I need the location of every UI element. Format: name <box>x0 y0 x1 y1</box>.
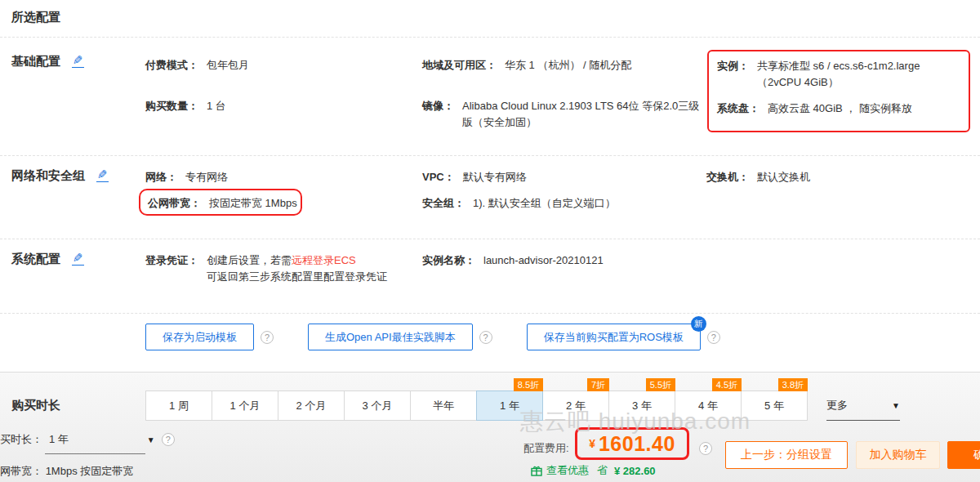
new-badge: 新 <box>691 316 706 332</box>
field-payment-mode: 付费模式： 包年包月 <box>145 57 249 74</box>
price-highlight-box: ¥ 1601.40 <box>575 427 689 460</box>
section-system-header: 系统配置✎ <box>11 252 84 267</box>
duration-tab[interactable]: 5 年3.8折 <box>741 391 808 421</box>
field-label: 实例名称： <box>422 252 475 269</box>
discount-row: 查看优惠 省 ¥ 282.60 <box>531 463 656 478</box>
duration-tab[interactable]: 1 年8.5折 <box>476 391 543 421</box>
duration-tab-label: 1 年 <box>500 399 519 413</box>
more-duration-dropdown[interactable]: 更多 ▼ <box>826 398 900 421</box>
instance-highlight-box: 实例： 共享标准型 s6 / ecs.s6-c1m2.large （2vCPU … <box>707 50 970 132</box>
duration-tabs: 1 周1 个月2 个月3 个月半年1 年8.5折2 年7折3 年5.5折4 年4… <box>145 391 808 421</box>
gift-icon <box>531 465 542 476</box>
view-discount-link[interactable]: 查看优惠 <box>546 463 589 478</box>
field-region: 地域及可用区： 华东 1 （杭州） / 随机分配 <box>422 57 704 74</box>
confirm-order-button[interactable]: 确认订单 <box>947 441 980 469</box>
currency-symbol: ¥ <box>589 437 595 450</box>
help-icon[interactable]: ? <box>479 331 492 344</box>
field-value: 专有网络 <box>185 169 228 185</box>
discount-badge: 3.8折 <box>778 378 808 391</box>
field-label: 付费模式： <box>145 57 198 74</box>
add-to-cart-button[interactable]: 加入购物车 <box>856 441 940 469</box>
template-button-group: 生成Open API最佳实践脚本? <box>308 324 492 350</box>
duration-tab[interactable]: 2 个月 <box>278 391 345 421</box>
duration-tab[interactable]: 1 个月 <box>212 391 278 421</box>
field-network: 网络： 专有网络 <box>145 169 228 185</box>
field-label: 公网带宽： <box>148 195 201 212</box>
field-value: 1 台 <box>207 98 226 114</box>
section-system-title: 系统配置 <box>11 252 60 266</box>
help-icon[interactable]: ? <box>261 331 274 344</box>
field-vswitch: 交换机： 默认交换机 <box>706 169 810 185</box>
field-label: 系统盘： <box>717 100 760 117</box>
field-value: 华东 1 （杭州） / 随机分配 <box>505 57 631 74</box>
footer-bandwidth-label: 网带宽： <box>0 465 42 477</box>
duration-tab[interactable]: 3 年5.5折 <box>608 391 675 421</box>
field-quantity: 购买数量： 1 台 <box>145 98 226 114</box>
field-image: 镜像： Alibaba Cloud Linux 2.1903 LTS 64位 等… <box>422 98 704 131</box>
help-icon[interactable]: ? <box>707 331 720 344</box>
duration-tab[interactable]: 2 年7折 <box>542 391 609 421</box>
field-value: 默认专有网络 <box>463 169 527 185</box>
duration-select-underline <box>45 453 145 454</box>
footer-duration-value[interactable]: 1 年 <box>49 432 69 447</box>
pencil-glyph: ✎ <box>97 168 108 181</box>
caret-down-icon[interactable]: ▼ <box>147 435 155 444</box>
duration-tab-label: 1 周 <box>169 399 189 413</box>
template-buttons-row: 保存为启动模板?生成Open API最佳实践脚本?保存当前购买配置为ROS模板新… <box>145 324 755 350</box>
duration-tab[interactable]: 半年 <box>410 391 477 421</box>
template-button-1[interactable]: 生成Open API最佳实践脚本 <box>308 324 473 350</box>
edit-system-icon[interactable]: ✎ <box>72 252 84 266</box>
divider <box>0 155 980 156</box>
field-value: Alibaba Cloud Linux 2.1903 LTS 64位 等保2.0… <box>462 98 704 131</box>
remote-login-link[interactable]: 远程登录ECS <box>292 254 356 266</box>
page-title: 所选配置 <box>11 10 60 25</box>
template-button-2[interactable]: 保存当前购买配置为ROS模板新 <box>527 324 701 350</box>
template-button-group: 保存为启动模板? <box>145 324 274 350</box>
field-bandwidth: 公网带宽： 按固定带宽 1Mbps <box>148 195 301 212</box>
template-button-0[interactable]: 保存为启动模板 <box>145 324 254 350</box>
field-label: VPC： <box>422 169 455 185</box>
field-label: 安全组： <box>422 195 465 212</box>
discount-badge: 8.5折 <box>514 378 543 391</box>
price-label: 配置费用: <box>523 441 569 456</box>
field-value: 按固定带宽 1Mbps <box>209 195 297 212</box>
save-amount: ¥ 282.60 <box>614 465 656 477</box>
footer-duration-label: 买时长： <box>0 432 42 447</box>
duration-tab-label: 4 年 <box>698 399 718 413</box>
template-button-group: 保存当前购买配置为ROS模板新? <box>527 324 720 350</box>
field-label: 购买数量： <box>145 98 198 114</box>
field-value: 共享标准型 s6 / ecs.s6-c1m2.large （2vCPU 4GiB… <box>757 58 960 91</box>
field-security-group: 安全组： 1). 默认安全组（自定义端口） <box>422 195 616 212</box>
duration-tab[interactable]: 3 个月 <box>344 391 411 421</box>
duration-tab[interactable]: 4 年4.5折 <box>675 391 742 421</box>
field-label: 地域及可用区： <box>422 57 497 74</box>
divider <box>0 313 980 314</box>
field-instance: 实例： 共享标准型 s6 / ecs.s6-c1m2.large （2vCPU … <box>717 58 960 91</box>
field-label: 镜像： <box>422 98 454 114</box>
duration-tab[interactable]: 1 周 <box>145 391 212 421</box>
field-vpc: VPC： 默认专有网络 <box>422 169 527 185</box>
pencil-glyph: ✎ <box>73 252 83 264</box>
save-label: 省 <box>597 463 608 478</box>
field-label: 交换机： <box>706 169 749 185</box>
discount-badge: 4.5折 <box>712 378 742 391</box>
login-text-line2: 可返回第三步系统配置里配置登录凭证 <box>207 270 387 283</box>
field-value: 创建后设置，若需远程登录ECS 可返回第三步系统配置里配置登录凭证 <box>207 252 387 285</box>
price-help-icon[interactable]: ? <box>699 442 712 455</box>
duration-tab-label: 3 年 <box>632 399 652 413</box>
pencil-glyph: ✎ <box>73 54 83 66</box>
field-value: 默认交换机 <box>757 169 810 185</box>
prev-step-button[interactable]: 上一步：分组设置 <box>725 441 848 469</box>
duration-tab-label: 2 年 <box>566 399 586 413</box>
edit-basic-icon[interactable]: ✎ <box>72 54 84 68</box>
field-value: 包年包月 <box>207 57 249 74</box>
field-value: 1). 默认安全组（自定义端口） <box>473 195 616 212</box>
help-icon[interactable]: ? <box>162 433 175 446</box>
duration-tab-label: 3 个月 <box>363 399 393 413</box>
edit-network-icon[interactable]: ✎ <box>96 168 109 182</box>
duration-tab-label: 5 年 <box>764 399 784 413</box>
field-label: 实例： <box>717 58 749 74</box>
login-text: 创建后设置，若需 <box>207 254 292 266</box>
discount-badge: 5.5折 <box>646 378 675 391</box>
duration-tab-label: 1 个月 <box>230 399 261 413</box>
